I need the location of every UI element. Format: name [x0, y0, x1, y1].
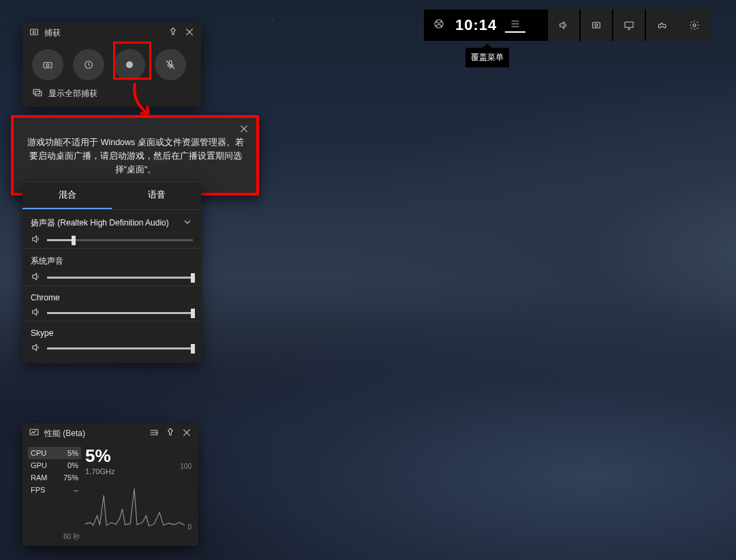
svg-rect-12	[35, 91, 42, 96]
annotation-record-highlight	[113, 42, 151, 80]
overlay-menu-tooltip: 覆盖菜单	[465, 48, 509, 67]
svg-rect-11	[33, 89, 40, 94]
audio-skype-slider[interactable]	[47, 347, 193, 349]
audio-chrome-slider[interactable]	[47, 312, 193, 314]
svg-point-6	[33, 31, 35, 33]
close-icon[interactable]	[183, 27, 196, 40]
perf-stat-fps[interactable]: FPS--	[28, 484, 81, 496]
perf-options-icon[interactable]	[148, 427, 160, 440]
gallery-icon	[32, 87, 43, 100]
audio-channel-name: 系统声音	[31, 255, 63, 267]
svg-point-2	[595, 24, 598, 27]
audio-tab-voice[interactable]: 语音	[112, 182, 201, 209]
capture-widget: 捕获 显示全部捕获	[22, 22, 201, 107]
mic-toggle-button[interactable]	[155, 49, 186, 80]
audio-channel-name: Chrome	[31, 293, 60, 302]
speaker-icon	[31, 307, 42, 320]
svg-point-8	[46, 64, 49, 67]
perf-stat-ram[interactable]: RAM75%	[28, 471, 81, 484]
perf-stat-cpu[interactable]: CPU5%	[28, 447, 81, 459]
xbox-social-toggle[interactable]	[646, 10, 677, 41]
performance-title: 性能 (Beta)	[44, 428, 85, 439]
perf-big-percent: 5%	[85, 447, 193, 465]
close-icon[interactable]	[181, 427, 193, 440]
perf-time-label: 60 秒	[63, 532, 80, 542]
audio-widget: 混合 语音 扬声器 (Realtek High Definition Audio…	[22, 181, 201, 363]
overlay-clock: 10:14	[454, 16, 501, 34]
audio-device-slider[interactable]	[47, 239, 193, 241]
performance-widget-toggle[interactable]	[613, 10, 645, 41]
error-message-text: 游戏功能不适用于 Windows 桌面或文件资源管理器。若要启动桌面广播，请启动…	[27, 136, 244, 176]
overlay-menu-button[interactable]	[501, 18, 530, 32]
svg-point-4	[693, 24, 696, 27]
audio-channel-name: Skype	[31, 328, 53, 338]
svg-rect-5	[31, 29, 38, 35]
audio-tab-mix[interactable]: 混合	[22, 182, 112, 209]
show-all-captures-link[interactable]: 显示全部捕获	[48, 88, 97, 99]
perf-stat-gpu[interactable]: GPU0%	[28, 459, 81, 471]
capture-widget-toggle[interactable]	[581, 10, 612, 41]
perf-sparkline	[85, 475, 185, 529]
performance-icon	[28, 427, 40, 440]
chevron-down-icon[interactable]	[182, 217, 193, 230]
svg-point-14	[156, 432, 158, 434]
pin-icon[interactable]	[167, 27, 179, 40]
svg-point-0	[435, 20, 443, 28]
record-last-button[interactable]	[73, 49, 104, 80]
speaker-icon	[31, 342, 42, 355]
audio-widget-toggle[interactable]	[548, 10, 579, 41]
performance-widget: 性能 (Beta) CPU5% GPU0% RAM75% FPS--	[22, 423, 198, 546]
svg-rect-1	[593, 22, 600, 28]
audio-device-name: 扬声器 (Realtek High Definition Audio)	[31, 217, 169, 229]
svg-rect-13	[30, 429, 38, 435]
capture-title: 捕获	[44, 27, 61, 39]
capture-icon	[28, 27, 40, 40]
perf-y-max: 100	[180, 463, 191, 470]
speaker-icon	[31, 234, 42, 247]
screenshot-button[interactable]	[32, 49, 63, 80]
overlay-top-bar: 10:14	[424, 10, 677, 41]
perf-y-min: 0	[187, 523, 191, 531]
error-close-button[interactable]	[239, 122, 249, 140]
svg-rect-7	[44, 63, 52, 68]
svg-rect-3	[625, 22, 633, 27]
overlay-settings-button[interactable]	[679, 10, 710, 41]
audio-system-slider[interactable]	[47, 277, 193, 279]
pin-icon[interactable]	[164, 427, 177, 440]
xbox-logo-icon	[424, 18, 454, 33]
speaker-icon	[31, 271, 42, 284]
perf-stat-list: CPU5% GPU0% RAM75% FPS--	[28, 447, 81, 496]
